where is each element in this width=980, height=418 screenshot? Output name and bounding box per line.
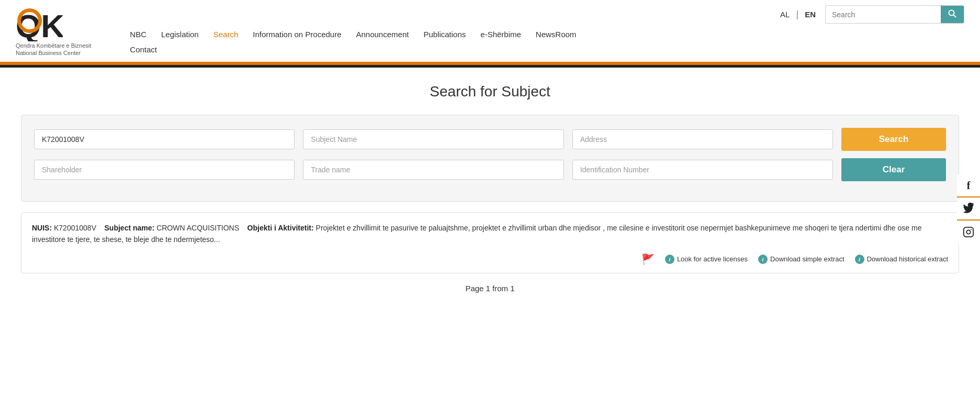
twitter-button[interactable] — [957, 197, 980, 221]
logo-icon: QKB — [16, 6, 63, 41]
nav-eservices[interactable]: e-Shërbime — [473, 28, 528, 41]
logo-line1: Qendra Kombëtare e Biznesit — [16, 42, 91, 49]
result-card: NUIS: K72001008V Subject name: CROWN ACQ… — [21, 212, 959, 273]
svg-point-4 — [966, 230, 970, 234]
download-historical-link[interactable]: i Download historical extract — [855, 255, 948, 264]
activity-label: Objekti i Aktivitetit: — [247, 224, 316, 232]
svg-point-5 — [971, 229, 972, 230]
shareholder-input[interactable] — [34, 160, 295, 180]
info-icon-1: i — [665, 255, 674, 264]
page-title: Search for Subject — [21, 83, 959, 100]
social-sidebar: f — [957, 174, 980, 244]
logo-line2: National Business Center — [16, 50, 91, 56]
logo-area: QKB Qendra Kombëtare e Biznesit National… — [16, 6, 91, 56]
header-search-button[interactable] — [941, 6, 964, 23]
facebook-button[interactable]: f — [957, 174, 980, 197]
download-historical-label: Download historical extract — [867, 255, 948, 263]
header-search-bar — [825, 5, 964, 24]
subject-name-value: CROWN ACQUISITIONS — [156, 224, 239, 232]
pagination-text: Page 1 from 1 — [465, 284, 514, 293]
nav-area: AL | EN NBC Legislation Search Informati… — [122, 5, 964, 56]
trade-name-input[interactable] — [303, 160, 564, 180]
header: QKB Qendra Kombëtare e Biznesit National… — [0, 0, 980, 62]
lang-al-button[interactable]: AL — [776, 9, 794, 20]
lang-divider: | — [796, 9, 798, 20]
nuis-label: NUIS: — [32, 224, 54, 232]
nav-newsroom[interactable]: NewsRoom — [528, 28, 584, 41]
svg-line-2 — [954, 15, 956, 18]
search-form-container: Search Clear — [21, 115, 959, 202]
download-simple-link[interactable]: i Download simple extract — [758, 255, 844, 264]
nipt-input[interactable] — [34, 129, 295, 149]
pagination: Page 1 from 1 — [21, 284, 959, 293]
svg-rect-3 — [964, 227, 973, 237]
svg-point-1 — [949, 10, 954, 16]
look-licenses-link[interactable]: i Look for active licenses — [665, 255, 748, 264]
flag-icon: 🚩 — [641, 253, 655, 266]
nav-main: NBC Legislation Search Information on Pr… — [122, 28, 964, 41]
form-row-2: Clear — [34, 158, 946, 181]
nuis-value: K72001008V — [54, 224, 96, 232]
form-buttons: Search — [841, 128, 946, 151]
nav-search[interactable]: Search — [206, 28, 246, 41]
look-licenses-label: Look for active licenses — [677, 255, 748, 263]
nav-top: AL | EN — [122, 5, 964, 24]
instagram-icon — [963, 226, 974, 238]
nav-contact[interactable]: Contact — [122, 43, 164, 56]
result-info: NUIS: K72001008V Subject name: CROWN ACQ… — [32, 222, 948, 246]
address-input[interactable] — [572, 129, 833, 149]
download-simple-label: Download simple extract — [770, 255, 844, 263]
form-row-1: Search — [34, 128, 946, 151]
clear-button[interactable]: Clear — [841, 158, 946, 181]
result-actions: 🚩 i Look for active licenses i Download … — [32, 253, 948, 266]
form-buttons-2: Clear — [841, 158, 946, 181]
subject-name-label: Subject name: — [105, 224, 157, 232]
search-button[interactable]: Search — [841, 128, 946, 151]
search-icon — [948, 9, 956, 18]
nav-nbc[interactable]: NBC — [122, 28, 154, 41]
identification-number-input[interactable] — [572, 160, 833, 180]
nav-announcement[interactable]: Announcement — [349, 28, 416, 41]
nav-second-row: Contact — [122, 43, 964, 56]
subject-name-input[interactable] — [303, 129, 564, 149]
lang-en-button[interactable]: EN — [801, 9, 820, 20]
nav-publications[interactable]: Publications — [416, 28, 473, 41]
nav-information[interactable]: Information on Procedure — [245, 28, 348, 41]
main-content: Search for Subject Search Clear NUIS: K7… — [0, 68, 980, 309]
header-search-input[interactable] — [826, 7, 941, 22]
instagram-button[interactable] — [957, 221, 980, 244]
twitter-icon — [963, 203, 974, 214]
nav-legislation[interactable]: Legislation — [154, 28, 206, 41]
info-icon-2: i — [758, 255, 768, 264]
info-icon-3: i — [855, 255, 864, 264]
